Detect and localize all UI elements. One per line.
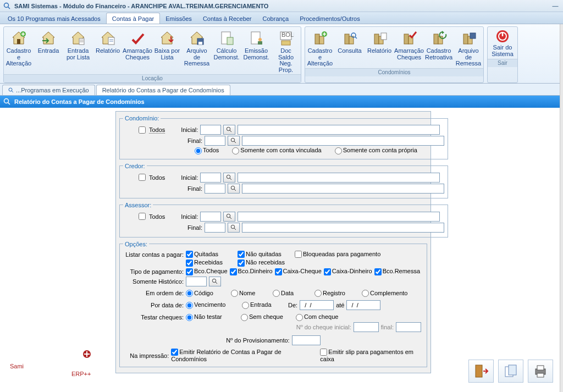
cond-final-input[interactable] <box>205 136 225 146</box>
rbtn-relatorio-cond[interactable]: Relatório <box>365 27 394 68</box>
rbtn-entrada-lista[interactable]: Entrada por Lista <box>63 27 93 74</box>
chk-cond-todos[interactable] <box>139 126 146 134</box>
chk-bloqueadas[interactable]: Bloqueadas para pagamento <box>295 251 380 258</box>
cred-final-name[interactable] <box>242 184 444 194</box>
menu-item-3[interactable]: Contas à Receber <box>197 13 257 24</box>
menu-item-2[interactable]: Emissões <box>160 13 197 24</box>
print-button[interactable] <box>528 360 553 383</box>
rad-complemento[interactable]: Complemento <box>362 290 407 297</box>
rbtn-remessa-cond[interactable]: Arquivo de Remessa <box>454 27 483 68</box>
rad-sem-cheque[interactable]: Sem cheque <box>241 313 294 321</box>
rbtn-amarracao-loc[interactable]: Amarração Cheques <box>123 27 152 74</box>
menu-item-5[interactable]: Procedimentos/Outros <box>294 13 365 24</box>
ass-final-name[interactable] <box>242 223 444 233</box>
rad-vencimento[interactable]: Vencimento <box>186 301 240 309</box>
chk-quitadas[interactable]: Quitadas <box>186 251 235 258</box>
chk-nao-recebidas[interactable]: Não recebidas <box>238 259 285 267</box>
rbtn-doc-saldo[interactable]: BOLETODoc Saldo Neg. Prop. <box>271 27 301 74</box>
rad-codigo[interactable]: Código <box>186 290 229 297</box>
svg-point-21 <box>258 38 262 41</box>
rbtn-cadastro-alteracao-loc[interactable]: Cadastro e Alteração <box>4 27 34 74</box>
svg-rect-27 <box>319 36 324 44</box>
preview-button[interactable] <box>498 360 523 383</box>
rbtn-relatorio-loc[interactable]: Relatório <box>93 27 123 74</box>
cond-final-lookup[interactable] <box>228 136 240 146</box>
menu-item-4[interactable]: Cobrança <box>257 13 295 24</box>
rad-nome[interactable]: Nome <box>231 290 271 297</box>
scrollbar[interactable] <box>560 24 563 392</box>
menu-item-1[interactable]: Contas à Pagar <box>106 13 160 24</box>
rbtn-consulta-cond[interactable]: Consulta <box>335 27 365 68</box>
de-date-input[interactable] <box>300 300 334 310</box>
ate-date-input[interactable] <box>346 300 380 310</box>
chk-ass-todos[interactable] <box>139 213 146 220</box>
svg-text:Sami: Sami <box>10 363 24 369</box>
svg-point-61 <box>231 225 234 228</box>
chk-cred-todos[interactable] <box>139 174 146 181</box>
rbtn-baixa-lista[interactable]: Baixa por Lista <box>152 27 182 74</box>
svg-text:BOLETO: BOLETO <box>282 31 294 38</box>
chk-bco-remessa[interactable]: Bco.Remessa <box>374 268 420 275</box>
minimize-button[interactable]: — <box>551 3 560 9</box>
title-bar: SAMI Sistemas - Módulo do Financeiro - A… <box>0 0 563 12</box>
rad-entrada[interactable]: Entrada <box>242 301 286 309</box>
svg-rect-26 <box>315 34 319 44</box>
door-exit-icon <box>473 363 489 379</box>
house-report-icon <box>99 29 117 47</box>
hist-input[interactable] <box>186 277 207 286</box>
cond-radio-vinculada[interactable]: Somente com conta vinculada <box>232 147 321 154</box>
subtab-relatorio[interactable]: Relatório do Contas a Pagar de Condomíni… <box>96 85 230 95</box>
cond-inicial-input[interactable] <box>200 125 221 135</box>
chk-emitir-slip[interactable]: Emitir slip para pagamentos em caixa <box>320 349 423 363</box>
ass-inicial-input[interactable] <box>200 212 221 222</box>
chk-caixa-dinheiro[interactable]: Caixa-Dinheiro <box>324 268 372 275</box>
cred-final-lookup[interactable] <box>228 184 240 194</box>
chk-bco-dinheiro[interactable]: Bco.Dinheiro <box>230 268 273 275</box>
rbtn-retroativa-cond[interactable]: Cadastro Retroativa <box>424 27 454 68</box>
cred-inicial-input[interactable] <box>200 173 221 183</box>
rbtn-remessa-loc[interactable]: Arquivo de Remessa <box>182 27 212 74</box>
ribbon: Cadastro e Alteração Entrada Entrada por… <box>0 24 563 84</box>
svg-rect-22 <box>258 41 262 45</box>
svg-rect-25 <box>282 41 290 45</box>
rbtn-entrada[interactable]: Entrada <box>34 27 63 74</box>
rad-registro[interactable]: Registro <box>314 290 360 297</box>
rbtn-cadastro-alteracao-cond[interactable]: Cadastro e Alteração <box>305 27 335 68</box>
cond-final-name[interactable] <box>242 136 444 146</box>
doc-person-icon <box>247 29 265 47</box>
chk-recebidas[interactable]: Recebidas <box>186 259 235 267</box>
chk-bco-cheque[interactable]: Bco.Cheque <box>186 268 228 275</box>
svg-line-62 <box>234 228 236 230</box>
rad-nao-testar[interactable]: Não testar <box>186 313 239 321</box>
building-search-icon <box>341 29 358 47</box>
rbtn-amarracao-cond[interactable]: Amarração Cheques <box>394 27 424 68</box>
cond-inicial-name[interactable] <box>238 125 440 135</box>
chk-nao-quitadas[interactable]: Não quitadas <box>238 251 292 258</box>
svg-line-64 <box>216 282 217 284</box>
house-arrow-in-icon <box>40 29 57 47</box>
ass-inicial-lookup[interactable] <box>223 212 235 222</box>
hist-lookup[interactable] <box>209 277 221 286</box>
ass-inicial-name[interactable] <box>238 212 440 222</box>
chk-caixa-cheque[interactable]: Caixa-Cheque <box>275 268 322 275</box>
exit-button[interactable] <box>468 360 494 383</box>
svg-point-55 <box>227 175 230 178</box>
subtab-programas[interactable]: ...Programas em Execução <box>2 85 95 95</box>
cred-inicial-lookup[interactable] <box>223 173 235 183</box>
rbtn-emissao-demonst[interactable]: Emissão Demonst. <box>241 27 271 74</box>
cond-radio-propria[interactable]: Somente com conta própria <box>335 147 417 154</box>
rbtn-sair[interactable]: Sair do Sistema <box>488 27 517 59</box>
prov-input[interactable] <box>292 335 321 345</box>
ass-final-input[interactable] <box>205 223 225 233</box>
rad-data[interactable]: Data <box>273 290 312 297</box>
svg-line-56 <box>230 178 231 180</box>
cred-final-input[interactable] <box>205 184 225 194</box>
rad-com-cheque[interactable]: Com cheque <box>296 313 338 321</box>
cond-inicial-lookup[interactable] <box>223 125 235 135</box>
cred-inicial-name[interactable] <box>238 173 440 183</box>
rbtn-calculo-demonst[interactable]: Cálculo Demonst. <box>212 27 241 74</box>
ass-final-lookup[interactable] <box>228 223 240 233</box>
cond-radio-todos[interactable]: Todos <box>195 147 219 154</box>
menu-item-0[interactable]: Os 10 Programas mais Acessados <box>2 13 106 24</box>
chk-emitir-relatorio[interactable]: Emitir Relatório de Contas a Pagar de Co… <box>171 349 311 363</box>
